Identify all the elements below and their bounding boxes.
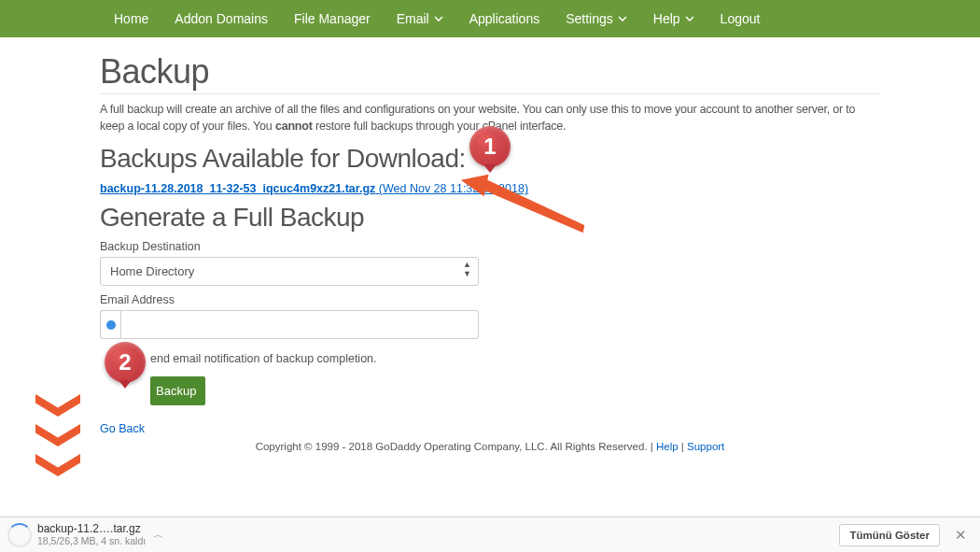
annotation-chevrons [35, 394, 80, 484]
footer-sep: | [679, 441, 687, 452]
footer-help-link[interactable]: Help [656, 441, 679, 452]
chevron-down-icon [35, 394, 80, 417]
nav-help-label: Help [653, 11, 680, 26]
backup-destination-label: Backup Destination [100, 240, 880, 253]
nav-settings-label: Settings [566, 11, 613, 26]
go-back-link[interactable]: Go Back [100, 422, 145, 435]
backup-destination-select[interactable]: Home Directory [100, 257, 479, 286]
chevron-down-icon [35, 424, 80, 446]
chevron-down-icon [685, 16, 694, 21]
page-title: Backup [100, 52, 880, 94]
main-navbar: Home Addon Domains File Manager Email Ap… [0, 0, 980, 37]
annotation-badge-2: 2 [105, 342, 146, 383]
generate-backup-button[interactable]: Backup [150, 376, 205, 405]
nav-applications[interactable]: Applications [456, 0, 553, 37]
chevron-down-icon [434, 16, 443, 21]
nav-addon-domains[interactable]: Addon Domains [161, 0, 281, 37]
email-address-label: Email Address [100, 293, 880, 306]
email-radio-selected[interactable] [100, 310, 120, 339]
nav-home[interactable]: Home [101, 0, 161, 37]
chevron-down-icon [618, 16, 627, 21]
footer: Copyright © 1999 - 2018 GoDaddy Operatin… [100, 441, 880, 452]
nav-help[interactable]: Help [640, 0, 707, 37]
nav-email-label: Email [397, 11, 429, 26]
radio-dot-icon [106, 320, 116, 330]
backup-download-link[interactable]: backup-11.28.2018_11-32-53_iqcuc4m9xz21.… [100, 182, 375, 195]
nav-email[interactable]: Email [384, 0, 456, 37]
footer-support-link[interactable]: Support [687, 441, 724, 452]
desc-post: restore full backups through your cPanel… [313, 120, 567, 133]
desc-bold: cannot [275, 120, 313, 133]
footer-copyright: Copyright © 1999 - 2018 GoDaddy Operatin… [256, 441, 656, 452]
annotation-badge-1: 1 [469, 126, 511, 167]
nav-settings[interactable]: Settings [553, 0, 640, 37]
nav-logout[interactable]: Logout [707, 0, 774, 37]
nav-file-manager[interactable]: File Manager [281, 0, 384, 37]
email-notification-text: end email notification of backup complet… [150, 352, 880, 365]
email-address-input[interactable] [120, 310, 479, 339]
chevron-down-icon [35, 454, 80, 476]
